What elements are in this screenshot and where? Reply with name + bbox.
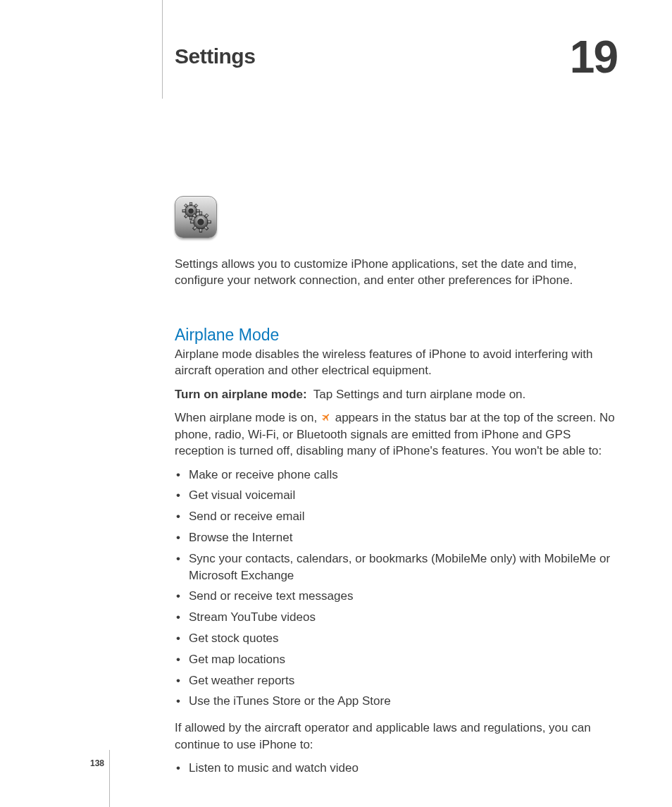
- svg-rect-13: [190, 221, 194, 223]
- airplane-icon: [321, 411, 331, 426]
- svg-rect-4: [197, 210, 199, 212]
- list-item: Use the iTunes Store or the App Store: [175, 693, 618, 710]
- list-item: Browse the Internet: [175, 529, 618, 546]
- svg-rect-14: [207, 221, 211, 223]
- limitations-list: Make or receive phone calls Get visual v…: [175, 467, 618, 710]
- list-item: Stream YouTube videos: [175, 609, 618, 626]
- instruction-text: Tap Settings and turn airplane mode on.: [313, 388, 525, 401]
- list-item: Make or receive phone calls: [175, 467, 618, 483]
- content-area: Settings allows you to customize iPhone …: [175, 196, 618, 787]
- when-on-pre: When airplane mode is on,: [175, 411, 317, 424]
- svg-rect-1: [189, 202, 192, 205]
- list-item: Get weather reports: [175, 672, 618, 689]
- allowed-list: Listen to music and watch video: [175, 760, 618, 777]
- list-item: Listen to music and watch video: [175, 760, 618, 777]
- allowed-intro: If allowed by the aircraft operator and …: [175, 720, 618, 753]
- list-item: Get stock quotes: [175, 630, 618, 647]
- chapter-title: Settings: [175, 44, 255, 68]
- svg-rect-2: [189, 216, 192, 219]
- airplane-description: Airplane mode disables the wireless feat…: [175, 346, 618, 379]
- turn-on-instruction: Turn on airplane mode: Tap Settings and …: [175, 386, 618, 402]
- gear-icon: [178, 199, 214, 235]
- vertical-rule-top: [162, 0, 163, 99]
- list-item: Send or receive text messages: [175, 588, 618, 605]
- instruction-label: Turn on airplane mode:: [175, 388, 307, 401]
- intro-paragraph: Settings allows you to customize iPhone …: [175, 257, 618, 289]
- svg-point-19: [198, 219, 204, 226]
- page-number: 138: [90, 758, 104, 768]
- list-item: Sync your contacts, calendars, or bookma…: [175, 550, 618, 584]
- settings-app-icon: [175, 196, 217, 238]
- svg-point-9: [189, 209, 194, 214]
- svg-rect-11: [199, 211, 202, 215]
- vertical-rule-bottom: [109, 750, 110, 807]
- when-on-paragraph: When airplane mode is on, appears in the…: [175, 409, 618, 459]
- svg-rect-12: [199, 228, 202, 232]
- section-heading-airplane-mode: Airplane Mode: [175, 326, 618, 345]
- list-item: Get map locations: [175, 651, 618, 668]
- list-item: Send or receive email: [175, 508, 618, 525]
- chapter-number: 19: [570, 31, 617, 83]
- list-item: Get visual voicemail: [175, 487, 618, 504]
- svg-rect-3: [182, 210, 185, 212]
